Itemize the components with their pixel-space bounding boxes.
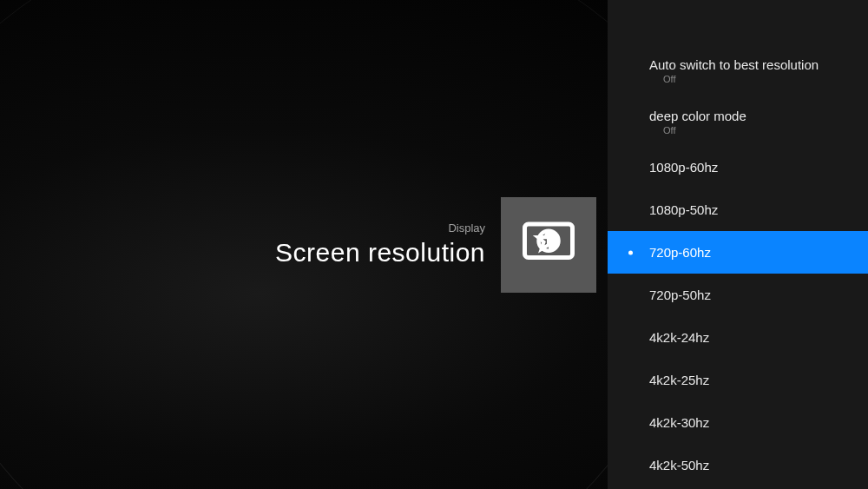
menu-item-1080p-60hz[interactable]: 1080p-60hz [608, 146, 868, 188]
menu-item-auto-switch[interactable]: Auto switch to best resolution Off [608, 43, 868, 95]
menu-item-720p-50hz[interactable]: 720p-50hz [608, 274, 868, 316]
menu-item-label: deep color mode [649, 109, 868, 123]
resolution-menu-panel: Auto switch to best resolution Off deep … [608, 0, 868, 489]
menu-item-label: 720p-60hz [649, 245, 868, 260]
menu-item-4k2k-24hz[interactable]: 4k2k-24hz [608, 316, 868, 359]
menu-item-label: 4k2k-24hz [649, 330, 868, 345]
category-label: Display [275, 221, 485, 235]
menu-item-label: Auto switch to best resolution [649, 57, 868, 72]
menu-item-720p-60hz[interactable]: 720p-60hz [608, 231, 868, 274]
title-block: Display Screen resolution [275, 197, 596, 293]
menu-item-label: 1080p-60hz [649, 160, 868, 175]
menu-item-4k2k-25hz[interactable]: 4k2k-25hz [608, 359, 868, 401]
menu-item-label: 1080p-50hz [649, 202, 868, 217]
menu-item-1080p-50hz[interactable]: 1080p-50hz [608, 188, 868, 231]
menu-item-value: Off [663, 74, 868, 84]
display-icon-box [501, 197, 596, 293]
menu-item-label: 720p-50hz [649, 287, 868, 302]
menu-item-label: 4k2k-50hz [649, 458, 868, 472]
menu-item-value: Off [663, 125, 868, 135]
menu-item-label: 4k2k-25hz [649, 373, 868, 387]
menu-item-4k2k-30hz[interactable]: 4k2k-30hz [608, 401, 868, 444]
menu-item-label: 4k2k-30hz [649, 415, 868, 430]
page-title: Screen resolution [275, 238, 485, 268]
main-content-area: Display Screen resolution [0, 0, 608, 489]
menu-item-4k2k-50hz[interactable]: 4k2k-50hz [608, 444, 868, 486]
brightness-icon [520, 215, 577, 275]
menu-item-deep-color[interactable]: deep color mode Off [608, 95, 868, 146]
title-text-group: Display Screen resolution [275, 221, 490, 268]
